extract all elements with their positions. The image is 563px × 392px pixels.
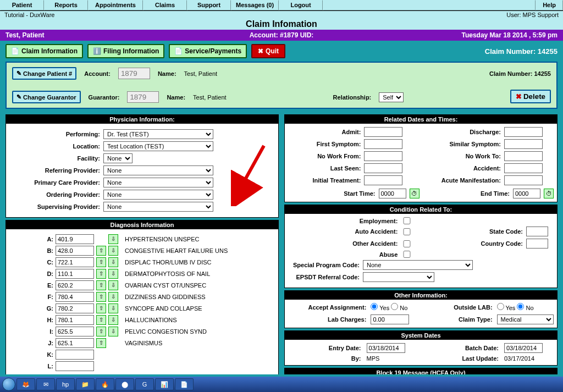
taskbar-icon[interactable]: G	[135, 378, 154, 390]
dx-move-up-button[interactable]: ⇧	[96, 280, 106, 290]
dx-label: J:	[9, 340, 53, 346]
dx-code-input[interactable]	[56, 292, 94, 302]
outside-no[interactable]	[517, 303, 524, 310]
dx-code-input[interactable]	[56, 303, 94, 313]
dx-label: B:	[9, 247, 53, 254]
diagnosis-row: C:⇧⇩DISPLAC THOR/LUMB IV DISC	[9, 257, 275, 267]
tab-filing-information[interactable]: ℹ️Filing Information	[87, 44, 164, 58]
start-time-input[interactable]	[379, 189, 406, 198]
ordering-select[interactable]: None	[103, 190, 213, 200]
dx-code-input[interactable]	[56, 257, 94, 267]
menu-appointments[interactable]: Appointments	[88, 0, 143, 10]
taskbar-icon[interactable]: ✉	[36, 378, 55, 390]
dx-move-down-button[interactable]: ⇩	[108, 269, 118, 279]
dx-desc: CONGESTIVE HEART FAILURE UNS	[125, 247, 228, 254]
accept-yes[interactable]	[371, 303, 378, 310]
auto-accident-checkbox[interactable]	[401, 228, 413, 235]
other-accident-checkbox[interactable]	[401, 240, 413, 247]
taskbar-icon[interactable]: 📁	[76, 378, 95, 390]
discharge-input[interactable]	[504, 127, 543, 137]
dx-move-down-button[interactable]: ⇩	[108, 327, 118, 336]
dx-code-input[interactable]	[56, 234, 94, 244]
dx-move-down-button[interactable]: ⇩	[108, 257, 118, 267]
country-code-input[interactable]	[526, 239, 548, 249]
outside-yes[interactable]	[497, 303, 504, 310]
taskbar-icon[interactable]: 🔥	[96, 378, 114, 390]
performing-select[interactable]: Dr. Test (TEST)	[103, 129, 213, 139]
diagnosis-header: Diagnosis Information	[6, 220, 278, 229]
nowork-to-input[interactable]	[504, 151, 543, 161]
similar-symptom-input[interactable]	[504, 139, 543, 149]
dx-code-input[interactable]	[56, 269, 94, 279]
entry-date-input[interactable]	[367, 343, 405, 353]
dx-code-input[interactable]	[56, 350, 94, 360]
special-program-select[interactable]: None	[363, 260, 473, 270]
pcp-select[interactable]: None	[103, 178, 213, 187]
arrow-up-icon: ⇧	[99, 306, 103, 311]
dx-move-up-button[interactable]: ⇧	[96, 315, 106, 325]
last-seen-input[interactable]	[364, 163, 402, 173]
dx-code-input[interactable]	[56, 280, 94, 290]
dx-move-up-button[interactable]: ⇧	[96, 327, 106, 336]
tab-claim-information[interactable]: 📄Claim Information	[5, 44, 83, 58]
dx-move-up-button[interactable]: ⇧	[96, 246, 106, 256]
quit-button[interactable]: ✖Quit	[251, 44, 285, 58]
location-select[interactable]: Test Location (TEST)	[103, 141, 213, 151]
end-time-input[interactable]	[513, 189, 540, 198]
epsdt-select[interactable]	[363, 272, 434, 282]
menu-logout[interactable]: Logout	[279, 0, 323, 10]
dx-move-up-button[interactable]: ⇧	[96, 292, 106, 302]
referring-select[interactable]: None	[103, 165, 213, 175]
dx-move-down-button[interactable]: ⇩	[108, 315, 118, 325]
menu-messages[interactable]: Messages (0)	[231, 0, 279, 10]
accept-no[interactable]	[391, 303, 398, 310]
first-symptom-input[interactable]	[364, 139, 402, 149]
employment-checkbox[interactable]	[401, 217, 413, 224]
start-button[interactable]	[2, 378, 15, 391]
dx-code-input[interactable]	[56, 327, 94, 336]
dx-move-up-button[interactable]: ⇧	[96, 303, 106, 313]
dx-move-up-button[interactable]: ⇧	[96, 338, 106, 348]
taskbar-icon[interactable]: hp	[56, 378, 75, 390]
supervising-select[interactable]: None	[103, 202, 213, 212]
end-time-picker[interactable]: ⏱	[544, 189, 554, 198]
change-patient-button[interactable]: ✎Change Patient #	[12, 67, 76, 80]
state-code-input[interactable]	[526, 227, 548, 236]
dx-desc: HALLUCINATIONS	[125, 317, 177, 323]
dx-move-down-button[interactable]: ⇩	[108, 303, 118, 313]
start-time-picker[interactable]: ⏱	[410, 189, 420, 198]
lab-charges-input[interactable]	[371, 314, 409, 324]
dx-move-down-button[interactable]: ⇩	[108, 292, 118, 302]
dx-code-input[interactable]	[56, 315, 94, 325]
accident-input[interactable]	[504, 163, 543, 173]
relationship-select[interactable]: Self	[379, 92, 404, 102]
taskbar-icon[interactable]: 📄	[175, 378, 194, 390]
menu-claims[interactable]: Claims	[143, 0, 187, 10]
dx-code-input[interactable]	[56, 338, 94, 348]
dx-move-up-button[interactable]: ⇧	[96, 269, 106, 279]
menu-reports[interactable]: Reports	[44, 0, 88, 10]
admit-input[interactable]	[364, 127, 402, 137]
abuse-checkbox[interactable]	[401, 251, 413, 258]
taskbar-icon[interactable]: ⬤	[115, 378, 134, 390]
dx-code-input[interactable]	[56, 246, 94, 256]
change-guarantor-button[interactable]: ✎Change Guarantor	[12, 91, 81, 103]
dx-move-down-button[interactable]: ⇩	[108, 234, 118, 244]
nowork-from-input[interactable]	[364, 151, 402, 161]
acute-input[interactable]	[504, 175, 543, 185]
delete-button[interactable]: ✖Delete	[510, 90, 551, 103]
dx-code-input[interactable]	[56, 361, 94, 371]
menu-support[interactable]: Support	[187, 0, 231, 10]
batch-date-input[interactable]	[504, 343, 543, 353]
menu-help[interactable]: Help	[536, 0, 563, 10]
menu-patient[interactable]: Patient	[0, 0, 44, 10]
dx-move-up-button[interactable]: ⇧	[96, 257, 106, 267]
claim-type-select[interactable]: Medical	[497, 314, 554, 324]
taskbar-icon[interactable]: 📊	[155, 378, 174, 390]
dx-move-down-button[interactable]: ⇩	[108, 280, 118, 290]
tab-service-payments[interactable]: 📄Service/Payments	[169, 44, 247, 58]
facility-select[interactable]: None	[103, 153, 133, 163]
dx-move-down-button[interactable]: ⇩	[108, 246, 118, 256]
initial-treatment-input[interactable]	[364, 175, 402, 185]
taskbar-icon[interactable]: 🦊	[16, 378, 35, 390]
